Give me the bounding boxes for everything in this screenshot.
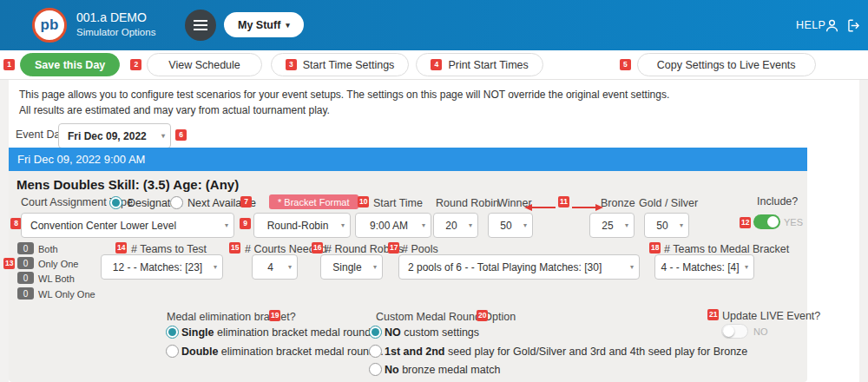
round-robin-label: Round Robin	[436, 197, 499, 209]
intro-line-2: All results are estimated and may vary f…	[19, 103, 669, 119]
counter-both-label: Both	[38, 244, 58, 254]
step-badge-6: 6	[175, 129, 187, 141]
radio-no-custom-settings-label: NO custom settings	[385, 326, 479, 339]
option-bold-text: NO	[385, 326, 401, 339]
step-badge-10: 10	[358, 196, 369, 207]
bracket-title: Mens Doubles Skill: (3.5) Age: (Any)	[16, 177, 239, 192]
teams-to-test-label: # Teams to Test	[131, 243, 207, 255]
save-this-day-button[interactable]: Save this Day	[20, 53, 120, 76]
pools-value: 2 pools of 6 - - Total Playing Matches: …	[408, 261, 602, 273]
logo-text: pb	[41, 16, 59, 34]
logout-icon[interactable]	[845, 17, 862, 37]
round-robins-value: Single	[332, 261, 361, 273]
help-link[interactable]: HELP	[796, 19, 825, 31]
gold-silver-points-value: 50	[656, 220, 667, 232]
update-live-toggle-state: NO	[753, 326, 768, 337]
update-live-toggle[interactable]	[721, 324, 748, 339]
radio-single-elimination[interactable]	[166, 326, 179, 339]
step-badge-13: 13	[3, 258, 15, 269]
caret-down-icon: ▾	[680, 221, 683, 229]
save-this-day-label: Save this Day	[35, 59, 105, 71]
counter-wl-both: 0	[17, 272, 34, 284]
radio-no-bronze-match[interactable]	[369, 363, 382, 376]
start-time-select[interactable]: 9:00 AM ▾	[355, 213, 431, 238]
radio-seed-play[interactable]	[369, 345, 382, 358]
counter-only-one: 0	[17, 257, 34, 269]
event-title: 001.a DEMO	[76, 10, 147, 24]
radio-next-available[interactable]	[170, 196, 183, 209]
winner-points-select[interactable]: 50 ▾	[488, 213, 533, 238]
winner-points-value: 50	[500, 220, 511, 232]
teams-to-test-select[interactable]: 12 - - Matches: [23] ▾	[101, 254, 223, 280]
caret-down-icon: ▾	[523, 221, 527, 229]
round-robins-select[interactable]: Single ▾	[320, 254, 383, 280]
start-time-settings-button[interactable]: 3 Start Time Settings	[271, 53, 410, 76]
teams-to-medal-bracket-value: 4 - - Matches: [4]	[661, 261, 739, 273]
event-date-select[interactable]: Fri Dec 09, 2022 ▾	[58, 123, 171, 148]
option-bold-text: 1st and 2nd	[385, 346, 444, 358]
hamburger-icon	[194, 24, 207, 26]
radio-no-custom-settings[interactable]	[369, 326, 382, 339]
bronze-points-value: 25	[602, 220, 613, 232]
caret-down-icon: ▾	[341, 221, 345, 229]
menu-button[interactable]	[185, 10, 216, 41]
caret-down-icon: ▾	[373, 263, 377, 271]
bracket-format-select[interactable]: Round-Robin ▾	[253, 213, 351, 238]
page-title: Simulator Options	[76, 27, 155, 37]
radio-designated[interactable]	[109, 196, 122, 209]
copy-settings-to-live-events-button[interactable]: Copy Settings to Live Events	[637, 53, 816, 76]
view-schedule-button[interactable]: View Schedule	[147, 53, 261, 76]
pools-label: # Pools	[402, 243, 438, 255]
step-badge-11: 11	[558, 196, 569, 207]
caret-down-icon: ▾	[469, 221, 472, 229]
option-rest-text: elimination bracket medal rounds.	[214, 326, 379, 339]
radio-double-elimination-label: Double elimination bracket medal rounds.	[181, 346, 384, 358]
counter-wl-only-one: 0	[17, 287, 34, 300]
step-badge-1: 1	[3, 59, 15, 70]
venue-select[interactable]: Convention Center Lower Level ▾	[21, 213, 234, 238]
pickleball-logo-icon: pb	[32, 8, 67, 43]
venue-value: Convention Center Lower Level	[30, 220, 176, 232]
teams-to-test-value: 12 - - Matches: [23]	[113, 261, 202, 273]
option-rest-text: bronze medal match	[399, 364, 501, 376]
step-badge-20: 20	[477, 310, 488, 321]
bracket-format-chip: * Bracket Format	[269, 194, 358, 209]
teams-to-medal-bracket-select[interactable]: 4 - - Matches: [4] ▾	[654, 254, 754, 280]
round-robin-points-select[interactable]: 20 ▾	[433, 213, 478, 238]
chevron-down-icon: ▾	[286, 21, 290, 30]
app-header: pb 001.a DEMO Simulator Options My Stuff…	[0, 0, 868, 50]
option-bold-text: No	[385, 364, 399, 376]
step-badge-7: 7	[240, 196, 252, 207]
update-live-event-label: Update LIVE Event?	[722, 310, 820, 322]
caret-down-icon: ▾	[288, 263, 292, 271]
option-bold-text: Single	[181, 326, 214, 339]
option-rest-text: seed play for Gold/Silver and 3rd and 4t…	[444, 346, 747, 358]
start-time-settings-label: Start Time Settings	[303, 59, 395, 71]
step-badge-16: 16	[312, 242, 323, 254]
print-start-times-button[interactable]: 4 Print Start Times	[416, 53, 542, 76]
custom-medal-round-option-label: Custom Medal Round Option	[376, 311, 516, 323]
gold-silver-points-select[interactable]: 50 ▾	[644, 213, 689, 238]
radio-double-elimination[interactable]	[166, 345, 179, 358]
courts-needed-select[interactable]: 4 ▾	[252, 254, 298, 280]
my-stuff-label: My Stuff	[238, 19, 280, 31]
radio-no-bronze-match-label: No bronze medal match	[385, 364, 500, 376]
step-badge-15: 15	[229, 242, 240, 254]
round-robin-points-value: 20	[445, 220, 457, 232]
user-account-icon[interactable]	[824, 17, 840, 37]
caret-down-icon: ▾	[161, 132, 165, 140]
my-stuff-button[interactable]: My Stuff ▾	[224, 12, 304, 37]
pools-select[interactable]: 2 pools of 6 - - Total Playing Matches: …	[398, 254, 640, 280]
caret-down-icon: ▾	[625, 221, 628, 229]
intro-text: This page allows you to configure test s…	[19, 88, 669, 118]
counter-wl-both-label: WL Both	[38, 273, 75, 284]
counter-both: 0	[17, 242, 34, 254]
session-header-bar: Fri Dec 09, 2022 9:00 AM	[9, 148, 807, 171]
bronze-points-select[interactable]: 25 ▾	[589, 213, 635, 238]
caret-down-icon: ▾	[214, 263, 217, 271]
event-settings-panel: Mens Doubles Skill: (3.5) Age: (Any) Cou…	[9, 171, 807, 382]
include-toggle[interactable]	[753, 214, 780, 229]
caret-down-icon: ▾	[422, 221, 425, 229]
teams-to-medal-bracket-label: # Teams to Medal Bracket	[664, 243, 789, 255]
view-schedule-label: View Schedule	[168, 59, 240, 71]
